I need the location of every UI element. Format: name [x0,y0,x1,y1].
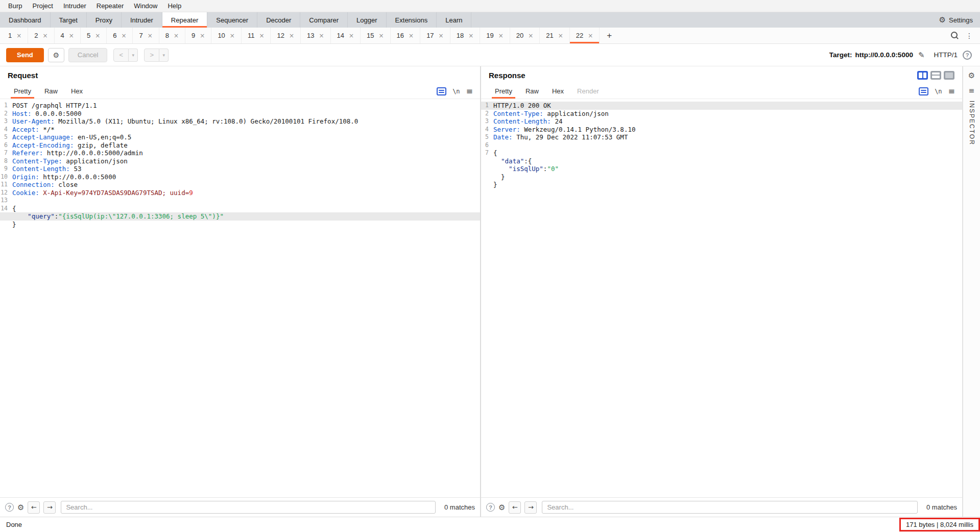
close-tab-icon[interactable]: × [498,32,504,39]
code-line[interactable]: 13 [0,197,480,205]
response-tab-render[interactable]: Render [570,84,606,99]
pretty-print-icon[interactable] [919,87,928,95]
code-line[interactable]: 3Content-Length: 24 [481,117,962,126]
close-tab-icon[interactable]: × [409,32,414,39]
forward-dropdown-button[interactable]: ▾ [159,49,169,62]
code-line[interactable]: 6Accept-Encoding: gzip, deflate [0,141,480,150]
repeater-tab-6[interactable]: 6× [107,28,133,43]
code-line[interactable]: 1HTTP/1.0 200 OK [481,102,962,110]
editor-menu-icon[interactable]: ≡ [948,86,955,96]
back-dropdown-button[interactable]: ▾ [129,49,138,62]
tab-repeater[interactable]: Repeater [162,12,207,28]
send-button[interactable]: Send [6,48,44,62]
settings-button[interactable]: ⚙ Settings [932,12,980,28]
close-tab-icon[interactable]: × [259,32,264,39]
close-tab-icon[interactable]: × [69,32,74,39]
more-icon[interactable]: ⋮ [966,32,973,40]
prev-match-button[interactable]: ← [28,501,40,514]
code-line[interactable]: 1POST /graphql HTTP/1.1 [0,102,480,110]
code-line[interactable]: } [0,221,480,229]
repeater-tab-11[interactable]: 11× [242,28,271,43]
newline-toggle-icon[interactable]: \n [935,88,942,95]
close-tab-icon[interactable]: × [468,32,473,39]
forward-button[interactable]: > [144,49,159,62]
code-line[interactable]: 10Origin: http://0.0.0.0:5000 [0,173,480,181]
code-line[interactable]: 14{ [0,205,480,213]
code-line[interactable]: 2Host: 0.0.0.0:5000 [0,110,480,118]
code-line[interactable]: 7Referer: http://0.0.0.0:5000/admin [0,149,480,157]
close-tab-icon[interactable]: × [349,32,354,39]
next-match-button[interactable]: → [524,501,537,514]
search-input[interactable] [542,501,918,514]
newline-toggle-icon[interactable]: \n [452,88,460,95]
close-tab-icon[interactable]: × [174,32,179,39]
code-line[interactable]: 8Content-Type: application/json [0,157,480,165]
repeater-tab-17[interactable]: 17× [420,28,450,43]
code-line[interactable]: 4Accept: */* [0,126,480,134]
code-line[interactable]: 9Content-Length: 53 [0,165,480,173]
close-tab-icon[interactable]: × [319,32,324,39]
close-tab-icon[interactable]: × [558,32,563,39]
close-tab-icon[interactable]: × [379,32,384,39]
http-version-selector[interactable]: HTTP/1 [934,51,958,59]
repeater-tab-1[interactable]: 1× [2,28,28,43]
response-tab-pretty[interactable]: Pretty [488,84,519,99]
close-tab-icon[interactable]: × [148,32,153,39]
repeater-tab-8[interactable]: 8× [159,28,185,43]
prev-match-button[interactable]: ← [509,501,521,514]
code-line[interactable]: 11Connection: close [0,181,480,189]
repeater-tab-5[interactable]: 5× [81,28,107,43]
repeater-tab-18[interactable]: 18× [450,28,481,43]
add-tab-button[interactable]: + [600,28,619,43]
tab-proxy[interactable]: Proxy [87,12,122,28]
code-line[interactable]: 4Server: Werkzeug/0.14.1 Python/3.8.10 [481,126,962,134]
repeater-tab-10[interactable]: 10× [211,28,242,43]
search-settings-icon[interactable]: ⚙ [17,503,24,512]
menu-item-window[interactable]: Window [129,1,162,11]
inspector-menu-icon[interactable]: ≡ [969,86,975,94]
repeater-tab-9[interactable]: 9× [185,28,211,43]
repeater-tab-14[interactable]: 14× [331,28,361,43]
repeater-tab-4[interactable]: 4× [55,28,81,43]
response-tab-raw[interactable]: Raw [519,84,545,99]
code-line[interactable]: 7{ [481,149,962,157]
repeater-tab-22[interactable]: 22× [570,28,600,43]
search-icon[interactable] [951,32,959,39]
inspector-toggle[interactable]: INSPECTOR [968,101,975,146]
pretty-print-icon[interactable] [437,87,446,95]
tab-intruder[interactable]: Intruder [122,12,162,28]
close-tab-icon[interactable]: × [289,32,294,39]
tab-sequencer[interactable]: Sequencer [207,12,257,28]
request-tab-raw[interactable]: Raw [38,84,64,99]
layout-rows-icon[interactable] [930,71,941,80]
tab-extensions[interactable]: Extensions [387,12,437,28]
code-line[interactable]: 6 [481,141,962,150]
code-line[interactable]: 5Accept-Language: en-US,en;q=0.5 [0,133,480,141]
next-match-button[interactable]: → [43,501,56,514]
repeater-tab-20[interactable]: 20× [510,28,540,43]
request-editor[interactable]: 1POST /graphql HTTP/1.12Host: 0.0.0.0:50… [0,99,480,497]
tab-learn[interactable]: Learn [437,12,471,28]
menu-item-intruder[interactable]: Intruder [58,1,91,11]
code-line[interactable]: "query":"{isSqlUp(ip:\"127.0.0.1:3306; s… [0,212,480,221]
search-input[interactable] [61,501,436,514]
request-tab-hex[interactable]: Hex [64,84,89,99]
close-tab-icon[interactable]: × [121,32,126,39]
repeater-tab-15[interactable]: 15× [361,28,391,43]
code-line[interactable]: } [481,173,962,181]
response-editor[interactable]: 1HTTP/1.0 200 OK2Content-Type: applicati… [481,99,962,497]
code-line[interactable]: } [481,181,962,189]
search-settings-icon[interactable]: ⚙ [498,503,505,512]
menu-item-burp[interactable]: Burp [3,1,27,11]
repeater-tab-19[interactable]: 19× [480,28,510,43]
response-tab-hex[interactable]: Hex [545,84,570,99]
repeater-tab-2[interactable]: 2× [28,28,54,43]
editor-menu-icon[interactable]: ≡ [466,86,473,96]
close-tab-icon[interactable]: × [588,32,593,39]
request-tab-pretty[interactable]: Pretty [7,84,38,99]
code-line[interactable]: 2Content-Type: application/json [481,110,962,118]
layout-single-icon[interactable] [944,71,954,80]
tab-dashboard[interactable]: Dashboard [0,12,51,28]
close-tab-icon[interactable]: × [43,32,48,39]
close-tab-icon[interactable]: × [439,32,444,39]
